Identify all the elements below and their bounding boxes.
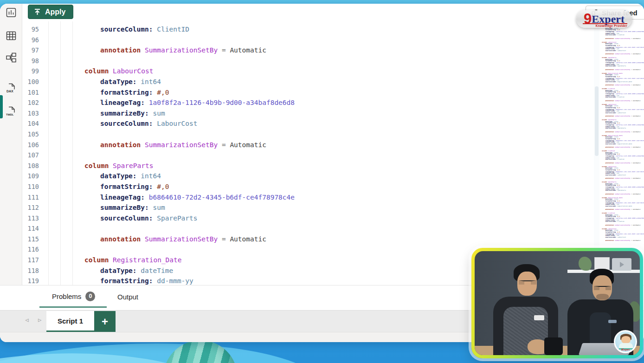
code-line[interactable]: 104sourceColumn: LabourCost	[22, 118, 593, 129]
line-number: 116	[24, 244, 39, 255]
desk-speaker	[544, 337, 563, 355]
tab-output[interactable]: Output	[117, 293, 138, 301]
code-line[interactable]: 105	[22, 129, 593, 140]
line-number: 117	[24, 255, 39, 266]
sidebar-item-report-view[interactable]	[5, 6, 17, 19]
code-line[interactable]: 108column SpareParts	[22, 161, 593, 171]
code-line[interactable]: 107	[22, 150, 593, 161]
9expert-mascot-badge: 9Expert	[614, 330, 637, 353]
mascot-face	[621, 336, 631, 344]
code-line[interactable]: 106annotation SummarizationSetBy = Autom…	[22, 140, 593, 150]
code-text: column Registration_Date	[84, 255, 182, 266]
line-number: 104	[24, 118, 39, 129]
person-left-glasses	[519, 280, 536, 285]
line-number: 97	[24, 45, 39, 56]
tab-problems[interactable]: Problems 0	[52, 292, 95, 301]
tmdl-code-editor[interactable]: 95sourceColumn: ClientID9697annotation S…	[22, 21, 644, 285]
code-line[interactable]: 103summarizeBy: sum	[22, 108, 593, 119]
code-line[interactable]: 98	[22, 56, 593, 66]
sidebar-item-table-view[interactable]	[5, 30, 17, 42]
minimap-block: column LabourCost dataType: int64 format…	[602, 104, 644, 118]
code-text: summarizeBy: sum	[100, 202, 165, 213]
code-text: dataType: dateTime	[100, 266, 173, 276]
9expert-watermark: 9 Expert Knowledge Provider	[576, 10, 632, 28]
code-line[interactable]: 113sourceColumn: SpareParts	[22, 213, 593, 224]
apply-label: Apply	[45, 8, 65, 16]
output-label: Output	[117, 293, 138, 301]
editor-scrollbar[interactable]	[594, 21, 599, 285]
person-right-beard	[596, 294, 609, 300]
code-text: annotation SummarizationSetBy = Automati…	[100, 234, 266, 245]
minimap-block: column Registration_Date dataType: int64…	[602, 197, 644, 211]
scripts-scroll-left-button[interactable]: ◃	[25, 316, 29, 324]
code-text: summarizeBy: sum	[100, 108, 165, 119]
sidebar-item-tmdl-view[interactable]: TMDL	[5, 105, 17, 117]
problems-count-badge: 0	[85, 292, 95, 301]
plant	[579, 257, 592, 271]
code-text: formatString: #,0	[100, 182, 169, 192]
problems-label: Problems	[52, 292, 81, 300]
code-line[interactable]: 109dataType: int64	[22, 171, 593, 182]
line-number: 95	[24, 24, 39, 35]
code-line[interactable]: 96	[22, 35, 593, 45]
code-line[interactable]: 100dataType: int64	[22, 77, 593, 87]
minimap-block: column SpareParts dataType: int64 format…	[602, 57, 644, 71]
code-line[interactable]: 115annotation SummarizationSetBy = Autom…	[22, 234, 593, 245]
line-number: 112	[24, 202, 39, 213]
line-number: 100	[24, 77, 39, 87]
add-script-button[interactable]: +	[94, 311, 116, 332]
toolbar: Apply Share feed	[0, 4, 644, 21]
scrollbar-thumb[interactable]	[595, 86, 599, 156]
scripts-scroll-right-button[interactable]: ▹	[38, 316, 42, 324]
code-line[interactable]: 99column LabourCost	[22, 66, 593, 77]
code-line[interactable]: 95sourceColumn: ClientID	[22, 24, 593, 35]
code-line[interactable]: 112summarizeBy: sum	[22, 202, 593, 213]
code-text: sourceColumn: LabourCost	[100, 118, 198, 129]
code-text: lineageTag: b6864610-72d2-4345-b6df-ce4f…	[100, 192, 295, 203]
webcam-overlay: 9Expert	[471, 248, 643, 358]
code-text: lineageTag: 1a0f8f2a-1126-4b9b-9d00-a34b…	[100, 97, 295, 108]
apply-button[interactable]: Apply	[28, 5, 73, 19]
line-number: 106	[24, 140, 39, 150]
code-text: formatString: #,0	[100, 87, 169, 98]
line-number: 96	[24, 35, 39, 45]
sidebar-item-model-view[interactable]	[5, 52, 17, 64]
code-line[interactable]: 102lineageTag: 1a0f8f2a-1126-4b9b-9d00-a…	[22, 97, 593, 108]
sidebar-item-dax-query-view[interactable]: DAX	[5, 82, 17, 94]
person-right-chest-logo	[608, 320, 617, 323]
code-line[interactable]: 111lineageTag: b6864610-72d2-4345-b6df-c…	[22, 192, 593, 203]
line-number: 111	[24, 192, 39, 203]
minimap-block: column ClientID dataType: int64 formatSt…	[602, 88, 644, 102]
line-number: 115	[24, 234, 39, 245]
line-number: 113	[24, 213, 39, 224]
line-number: 103	[24, 108, 39, 119]
code-line[interactable]: 101formatString: #,0	[22, 87, 593, 98]
line-number: 119	[24, 276, 39, 285]
editor-minimap[interactable]: column ClientID dataType: int64 formatSt…	[600, 22, 644, 285]
code-line[interactable]: 114	[22, 223, 593, 234]
code-text: dataType: int64	[100, 171, 161, 182]
line-number: 98	[24, 56, 39, 66]
picture-frame	[594, 257, 610, 270]
svg-text:DAX: DAX	[6, 90, 13, 93]
tmdl-view-icon: TMDL	[5, 105, 17, 117]
active-tab-underline	[39, 306, 107, 308]
model-view-icon	[5, 52, 17, 64]
code-text: sourceColumn: SpareParts	[100, 213, 198, 224]
line-number: 105	[24, 129, 39, 140]
line-number: 99	[24, 66, 39, 77]
code-line[interactable]: 97annotation SummarizationSetBy = Automa…	[22, 45, 593, 56]
code-text: formatString: dd-mmm-yy	[100, 276, 193, 285]
minimap-block: column Registration_Date dataType: int64…	[602, 135, 644, 149]
svg-text:TMDL: TMDL	[6, 113, 14, 116]
play-button-plaque	[612, 258, 631, 271]
active-view-indicator	[0, 95, 3, 118]
code-text: column LabourCost	[84, 66, 153, 77]
line-number: 101	[24, 87, 39, 98]
webcam-video: 9Expert	[475, 251, 640, 355]
tab-script-1[interactable]: Script 1	[46, 311, 94, 332]
minimap-block: column ClientID dataType: int64 formatSt…	[602, 150, 644, 164]
person-right-glasses	[594, 286, 611, 290]
minimap-block: column LabourCost dataType: int64 format…	[602, 166, 644, 180]
code-line[interactable]: 110formatString: #,0	[22, 182, 593, 192]
